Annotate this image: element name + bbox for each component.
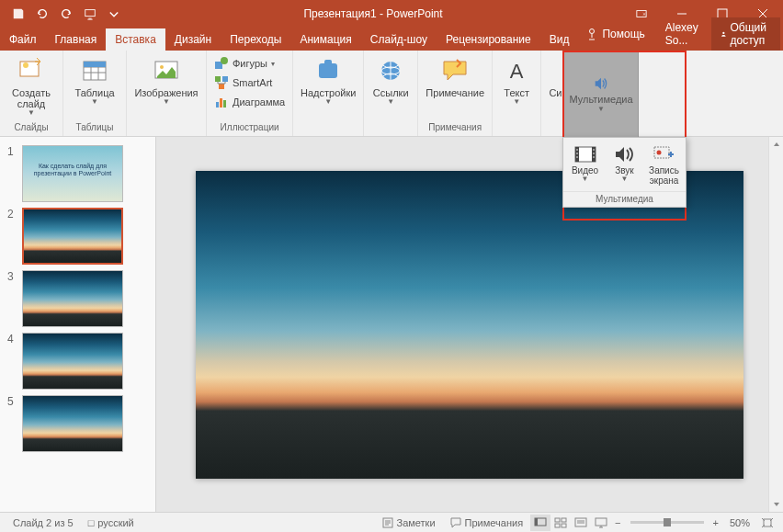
user-account[interactable]: Alexey So...: [658, 17, 706, 51]
slide-canvas[interactable]: [156, 137, 783, 512]
chart-icon: [214, 95, 229, 109]
thumbnail-5[interactable]: 5: [0, 392, 155, 455]
thumbnail-2[interactable]: 2: [0, 205, 155, 267]
svg-point-36: [593, 156, 595, 158]
slideshow-view-button[interactable]: [591, 515, 611, 531]
addins-button[interactable]: Надстройки▼: [297, 54, 359, 108]
help-button[interactable]: Помощь: [578, 24, 652, 44]
svg-rect-20: [220, 98, 222, 108]
group-illustrations-label: Иллюстрации: [221, 122, 279, 134]
text-button[interactable]: A Текст▼: [496, 54, 537, 108]
svg-rect-16: [215, 76, 221, 82]
links-icon: [376, 56, 405, 85]
svg-point-15: [221, 57, 228, 64]
slide-counter[interactable]: Слайд 2 из 5: [6, 517, 81, 528]
tab-design[interactable]: Дизайн: [165, 28, 221, 51]
table-button[interactable]: Таблица▼: [67, 54, 122, 108]
links-button[interactable]: Ссылки▼: [368, 54, 414, 108]
svg-rect-8: [20, 62, 39, 76]
start-slideshow-button[interactable]: [79, 3, 101, 25]
svg-point-32: [576, 153, 578, 154]
tab-review[interactable]: Рецензирование: [437, 28, 540, 51]
insert-audio-button[interactable]: Звук▼: [605, 141, 644, 187]
spellcheck-icon: □: [88, 517, 95, 528]
fit-to-window-button[interactable]: [757, 515, 777, 531]
thumbnail-4[interactable]: 4: [0, 330, 155, 392]
zoom-slider[interactable]: [630, 521, 704, 524]
svg-point-13: [160, 65, 164, 69]
svg-rect-47: [596, 518, 607, 526]
redo-button[interactable]: [55, 3, 77, 25]
svg-point-31: [576, 149, 578, 151]
notes-icon: [382, 517, 393, 528]
svg-rect-17: [222, 76, 228, 82]
zoom-thumb[interactable]: [664, 518, 671, 526]
tab-transitions[interactable]: Переходы: [221, 28, 290, 51]
scroll-down-icon[interactable]: [769, 497, 783, 512]
comment-icon: [440, 56, 470, 85]
shapes-button[interactable]: Фигуры▾: [210, 54, 289, 73]
media-dropdown-label: Мультимедиа: [563, 191, 686, 207]
new-slide-button[interactable]: Создать слайд▼: [4, 54, 59, 119]
language-button[interactable]: □русский: [81, 517, 142, 528]
svg-rect-48: [764, 519, 771, 526]
audio-icon: [612, 143, 638, 165]
zoom-out-button[interactable]: −: [611, 517, 624, 528]
qat-dropdown[interactable]: [103, 3, 125, 25]
chart-button[interactable]: Диаграмма: [210, 93, 289, 111]
svg-rect-22: [319, 63, 337, 78]
scroll-up-icon[interactable]: [769, 137, 783, 152]
svg-point-6: [590, 29, 595, 34]
svg-rect-45: [562, 524, 566, 527]
zoom-level[interactable]: 50%: [722, 517, 757, 528]
normal-view-button[interactable]: [530, 515, 550, 531]
thumbnail-1[interactable]: 1Как сделать слайд для презентации в Pow…: [0, 142, 155, 205]
share-button[interactable]: Общий доступ: [711, 17, 781, 51]
vertical-scrollbar[interactable]: [768, 137, 783, 512]
tab-home[interactable]: Главная: [46, 28, 107, 51]
tab-file[interactable]: Файл: [0, 28, 46, 51]
thumbnail-3[interactable]: 3: [0, 267, 155, 330]
tab-animation[interactable]: Анимация: [290, 28, 360, 51]
reading-view-button[interactable]: [571, 515, 591, 531]
svg-rect-23: [324, 60, 332, 65]
media-button[interactable]: Мультимедиа▼: [563, 51, 639, 137]
tab-slideshow[interactable]: Слайд-шоу: [361, 28, 437, 51]
table-icon: [80, 56, 109, 85]
svg-text:A: A: [510, 60, 524, 83]
notes-button[interactable]: Заметки: [375, 517, 443, 528]
svg-rect-11: [84, 62, 106, 67]
group-slides-label: Слайды: [14, 122, 48, 134]
comments-button[interactable]: Примечания: [443, 517, 531, 528]
svg-point-34: [593, 149, 595, 151]
screen-recording-button[interactable]: Запись экрана: [644, 141, 684, 187]
sorter-view-button[interactable]: [550, 515, 571, 531]
undo-button[interactable]: [31, 3, 53, 25]
save-button[interactable]: [7, 3, 29, 25]
zoom-in-button[interactable]: +: [709, 517, 722, 528]
current-slide[interactable]: [196, 171, 743, 479]
comments-icon: [450, 517, 461, 528]
svg-rect-41: [535, 518, 538, 526]
tab-insert[interactable]: Вставка: [106, 28, 165, 51]
svg-point-33: [576, 156, 578, 158]
images-button[interactable]: Изображения▼: [130, 54, 202, 108]
images-icon: [152, 56, 181, 85]
smartart-icon: [214, 75, 229, 90]
svg-rect-44: [555, 524, 560, 527]
group-tables-label: Таблицы: [76, 122, 114, 134]
svg-rect-21: [223, 100, 226, 108]
svg-rect-43: [562, 518, 566, 522]
tab-view[interactable]: Вид: [540, 28, 579, 51]
group-comments-label: Примечания: [428, 122, 482, 134]
comment-button[interactable]: Примечание: [422, 54, 488, 100]
svg-rect-18: [219, 84, 224, 89]
svg-rect-0: [85, 9, 96, 16]
video-icon: [573, 143, 598, 165]
insert-video-button[interactable]: Видео▼: [565, 141, 605, 187]
smartart-button[interactable]: SmartArt: [210, 74, 289, 92]
svg-rect-3: [718, 9, 727, 18]
text-icon: A: [502, 56, 531, 85]
slide-thumbnail-pane[interactable]: 1Как сделать слайд для презентации в Pow…: [0, 137, 156, 512]
svg-point-7: [722, 32, 724, 34]
